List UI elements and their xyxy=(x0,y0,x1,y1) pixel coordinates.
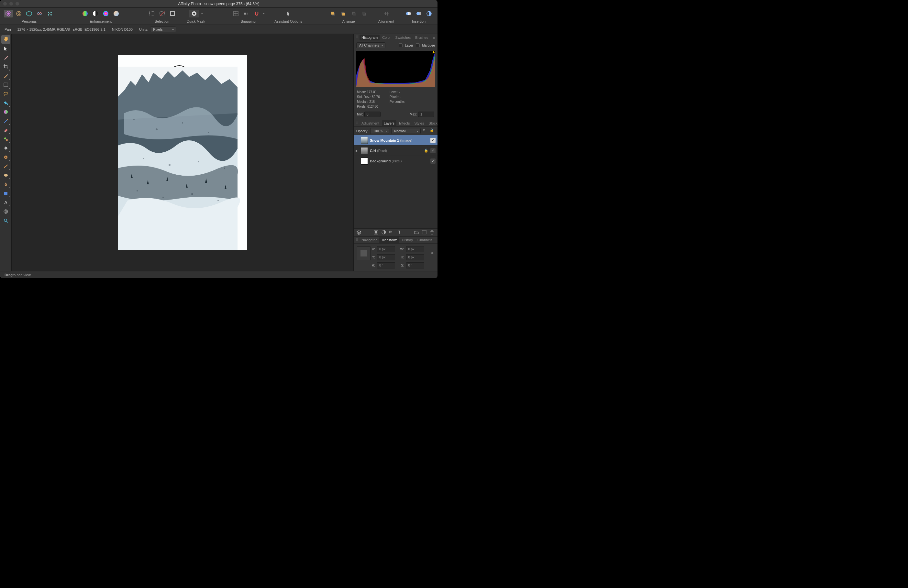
channels-tab[interactable]: Channels xyxy=(415,237,434,243)
hist-min-input[interactable] xyxy=(364,112,380,117)
hist-level: Level: - xyxy=(390,90,407,95)
lock-layer-icon[interactable]: 🔒 xyxy=(430,129,435,133)
layer-visibility-checkbox[interactable]: ✓ xyxy=(430,159,436,164)
rectangle-tool[interactable] xyxy=(1,189,10,198)
alignment-button[interactable] xyxy=(382,10,391,18)
layer-visibility-checkbox[interactable]: ✓ xyxy=(430,138,436,143)
svg-rect-28 xyxy=(331,12,334,14)
layers-menu-icon[interactable] xyxy=(356,230,361,235)
navigator-tab[interactable]: Navigator xyxy=(359,237,378,243)
styles-tab[interactable]: Styles xyxy=(412,120,426,126)
adjustment-layer-icon[interactable] xyxy=(382,230,387,235)
view-tool[interactable] xyxy=(1,35,10,44)
photo-persona-button[interactable] xyxy=(4,10,13,18)
auto-levels-button[interactable] xyxy=(80,10,90,18)
blend-options-icon[interactable]: ⚙ xyxy=(423,129,428,133)
group-layer-icon[interactable] xyxy=(414,230,419,235)
deselect-button[interactable] xyxy=(158,10,167,18)
transform-r-input[interactable] xyxy=(377,262,395,268)
pen-tool[interactable] xyxy=(1,180,10,188)
smudge-tool[interactable] xyxy=(1,171,10,180)
layer-row[interactable]: Background (Pixel) ✓ xyxy=(354,156,438,166)
transform-w-input[interactable] xyxy=(406,246,424,252)
histogram-tab[interactable]: Histogram xyxy=(359,35,380,40)
move-to-back-button[interactable] xyxy=(359,10,369,18)
flood-fill-tool[interactable] xyxy=(1,99,10,107)
transform-x-input[interactable] xyxy=(377,246,395,252)
select-all-button[interactable] xyxy=(147,10,156,18)
marquee-tool[interactable] xyxy=(1,80,10,89)
layer-row[interactable]: Snow Mountain 1 (Image) ✓ xyxy=(354,135,438,146)
transform-h-input[interactable] xyxy=(406,254,424,260)
minimize-window-button[interactable] xyxy=(10,2,13,5)
auto-colors-button[interactable] xyxy=(101,10,110,18)
brushes-tab[interactable]: Brushes xyxy=(413,35,430,40)
histogram-layer-checkbox[interactable] xyxy=(399,43,402,47)
histogram-marquee-checkbox[interactable] xyxy=(416,43,420,47)
develop-persona-button[interactable] xyxy=(24,10,34,18)
histogram-channel-select[interactable]: All Channels xyxy=(356,42,385,48)
invert-selection-button[interactable] xyxy=(168,10,177,18)
opacity-input[interactable]: 100 % xyxy=(370,128,389,134)
adjustment-tab[interactable]: Adjustment xyxy=(359,120,381,126)
mesh-warp-tool[interactable] xyxy=(1,207,10,216)
force-pixel-alignment-button[interactable] xyxy=(242,10,251,18)
move-backward-button[interactable] xyxy=(349,10,358,18)
history-tab[interactable]: History xyxy=(400,237,415,243)
zoom-window-button[interactable] xyxy=(16,2,19,5)
live-filter-icon[interactable] xyxy=(397,230,402,235)
export-persona-button[interactable] xyxy=(45,10,54,18)
text-tool[interactable]: A xyxy=(1,198,10,207)
transform-anchor-widget[interactable] xyxy=(357,246,370,260)
move-tool[interactable] xyxy=(1,44,10,53)
hist-max-input[interactable] xyxy=(418,112,434,117)
effects-tab[interactable]: Effects xyxy=(397,120,412,126)
assistant-button[interactable] xyxy=(284,10,293,18)
auto-whitebalance-button[interactable] xyxy=(112,10,121,18)
quickmask-button[interactable] xyxy=(189,10,199,18)
inpainting-tool[interactable] xyxy=(1,162,10,170)
erase-brush-tool[interactable] xyxy=(1,126,10,134)
auto-contrast-button[interactable] xyxy=(91,10,100,18)
insert-behind-button[interactable] xyxy=(404,10,413,18)
link-dimensions-icon[interactable]: ⚭ xyxy=(429,251,434,256)
color-picker-tool[interactable] xyxy=(1,53,10,62)
selection-brush-tool[interactable] xyxy=(1,71,10,80)
crop-tool[interactable] xyxy=(1,63,10,71)
add-layer-icon[interactable] xyxy=(422,230,427,235)
gradient-tool[interactable] xyxy=(1,108,10,116)
swatches-tab[interactable]: Swatches xyxy=(393,35,412,40)
mask-layer-icon[interactable] xyxy=(374,230,379,235)
svg-rect-43 xyxy=(4,83,8,87)
close-window-button[interactable] xyxy=(3,2,7,5)
canvas-viewport[interactable] xyxy=(12,34,353,271)
move-to-front-button[interactable] xyxy=(328,10,338,18)
liquify-persona-button[interactable] xyxy=(14,10,23,18)
move-forward-button[interactable] xyxy=(339,10,348,18)
insert-inside-button[interactable] xyxy=(425,10,434,18)
histogram-panel-menu[interactable]: ≡ xyxy=(431,35,436,39)
stock-tab[interactable]: Stock xyxy=(427,120,438,126)
dodge-tool[interactable] xyxy=(1,144,10,152)
paint-brush-tool[interactable] xyxy=(1,117,10,125)
delete-layer-icon[interactable] xyxy=(430,230,435,235)
zoom-tool[interactable] xyxy=(1,216,10,225)
layer-visibility-checkbox[interactable]: ✓ xyxy=(430,148,436,153)
clone-brush-tool[interactable] xyxy=(1,135,10,143)
units-select[interactable]: Pixels xyxy=(150,27,176,32)
layer-row[interactable]: ▶ Girl (Pixel) 🔒 ✓ xyxy=(354,146,438,156)
tonemap-persona-button[interactable] xyxy=(35,10,44,18)
transform-tab[interactable]: Transform xyxy=(379,237,399,243)
layer-expand-toggle[interactable]: ▶ xyxy=(356,149,359,152)
layers-tab[interactable]: Layers xyxy=(382,120,396,126)
show-grid-button[interactable] xyxy=(231,10,240,18)
snapping-button[interactable] xyxy=(252,10,261,18)
transform-s-input[interactable] xyxy=(406,262,424,268)
freehand-selection-tool[interactable] xyxy=(1,90,10,98)
transform-y-input[interactable] xyxy=(377,254,395,260)
blend-mode-select[interactable]: Normal xyxy=(391,128,421,134)
retouch-tool[interactable] xyxy=(1,153,10,161)
color-tab[interactable]: Color xyxy=(380,35,393,40)
fx-layer-icon[interactable]: fx xyxy=(389,230,394,235)
insert-top-button[interactable] xyxy=(414,10,423,18)
